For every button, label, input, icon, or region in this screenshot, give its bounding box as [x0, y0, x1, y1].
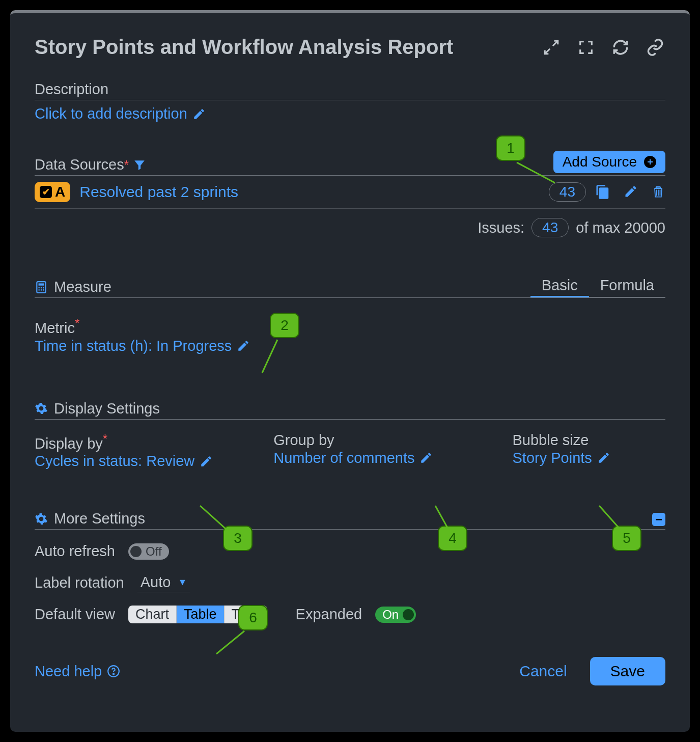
source-name[interactable]: Resolved past 2 sprints [79, 183, 540, 201]
tab-formula[interactable]: Formula [589, 275, 665, 297]
label-rotation-row: Label rotation Auto ▼ [35, 573, 665, 592]
metric-label: Metric* [35, 316, 665, 337]
callout-2-pointer [260, 337, 285, 378]
view-table[interactable]: Table [177, 606, 225, 623]
view-chart[interactable]: Chart [128, 606, 177, 623]
help-icon [107, 665, 120, 678]
issues-summary: Issues: 43 of max 20000 [35, 209, 665, 246]
callout-1: 1 [496, 135, 525, 161]
toggle-knob [403, 609, 414, 620]
header-actions [541, 37, 665, 58]
data-sources-label: Data Sources* [35, 156, 146, 175]
collapse-button[interactable]: − [652, 513, 665, 526]
measure-label: Measure [35, 279, 111, 297]
svg-rect-1 [39, 283, 44, 285]
edit-icon[interactable] [624, 184, 638, 200]
label-rotation-dropdown[interactable]: Auto ▼ [137, 573, 190, 592]
data-source-row: ✔ A Resolved past 2 sprints 43 [35, 176, 665, 209]
default-view-row: Default view Chart Table Tiles Expanded … [35, 606, 665, 623]
pencil-icon [200, 455, 213, 468]
callout-5-pointer [597, 503, 627, 534]
display-settings-header: Display Settings [35, 400, 665, 420]
chevron-down-icon: ▼ [178, 577, 187, 588]
gear-icon [35, 512, 48, 526]
svg-point-3 [41, 287, 42, 288]
auto-refresh-toggle[interactable]: Off [128, 543, 169, 560]
display-settings-label: Display Settings [35, 400, 665, 419]
help-link[interactable]: Need help [35, 663, 120, 680]
svg-point-4 [43, 287, 44, 288]
panel-title: Story Points and Workflow Analysis Repor… [35, 36, 453, 59]
tab-basic[interactable]: Basic [530, 275, 589, 297]
callout-4-pointer [433, 503, 453, 534]
save-button[interactable]: Save [590, 657, 665, 685]
more-settings-header: More Settings − [35, 510, 665, 530]
refresh-icon[interactable] [610, 37, 631, 58]
measure-header: Measure Basic Formula [35, 275, 665, 298]
toggle-knob [130, 546, 142, 557]
plus-icon: + [644, 156, 656, 168]
fullscreen-icon[interactable] [576, 37, 596, 58]
callout-1-pointer [514, 160, 560, 190]
pencil-icon [597, 451, 610, 464]
collapse-icon[interactable] [541, 37, 562, 58]
svg-point-6 [41, 289, 42, 291]
svg-point-7 [43, 289, 44, 291]
add-source-button[interactable]: Add Source + [553, 151, 665, 173]
callout-6-pointer [214, 628, 249, 659]
callout-2: 2 [270, 313, 299, 338]
gear-icon [35, 402, 48, 415]
display-by-field: Display by* Cycles in status: Review [35, 432, 253, 470]
source-actions [595, 184, 665, 200]
measure-tabs: Basic Formula [530, 275, 665, 297]
link-icon[interactable] [645, 37, 665, 58]
pencil-icon [419, 451, 433, 464]
bubble-size-field: Bubble size Story Points [513, 432, 665, 470]
data-sources-header: Data Sources* Add Source + [35, 151, 665, 176]
filter-icon[interactable] [133, 158, 146, 172]
svg-point-5 [38, 289, 40, 291]
panel-header: Story Points and Workflow Analysis Repor… [35, 13, 665, 74]
expanded-toggle[interactable]: On [375, 607, 416, 623]
display-by-value[interactable]: Cycles in status: Review [35, 453, 213, 470]
description-placeholder[interactable]: Click to add description [35, 105, 206, 122]
checkbox-icon[interactable]: ✔ [40, 186, 52, 198]
callout-6: 6 [238, 605, 268, 630]
display-settings-grid: Display by* Cycles in status: Review Gro… [35, 432, 665, 470]
delete-icon[interactable] [651, 184, 665, 200]
required-asterisk: * [124, 158, 129, 172]
group-by-field: Group by Number of comments [273, 432, 492, 470]
source-badge[interactable]: ✔ A [35, 182, 70, 202]
description-label: Description [35, 81, 665, 100]
svg-point-9 [113, 674, 114, 675]
panel-footer: Need help Cancel Save [35, 657, 665, 685]
calculator-icon [35, 281, 48, 294]
description-section: Description Click to add description [35, 81, 665, 122]
callout-3-pointer [198, 503, 233, 534]
bubble-size-value[interactable]: Story Points [513, 450, 610, 466]
pencil-icon [237, 339, 250, 352]
metric-field: Metric* Time in status (h): In Progress [35, 316, 665, 354]
cancel-button[interactable]: Cancel [507, 657, 579, 685]
metric-value[interactable]: Time in status (h): In Progress [35, 338, 250, 354]
more-settings-label: More Settings [35, 510, 145, 529]
report-config-panel: Story Points and Workflow Analysis Repor… [10, 10, 690, 732]
pencil-icon [192, 107, 206, 121]
svg-point-2 [38, 287, 40, 288]
group-by-value[interactable]: Number of comments [273, 450, 433, 466]
issues-count[interactable]: 43 [531, 218, 569, 237]
auto-refresh-row: Auto refresh Off [35, 543, 665, 560]
copy-icon[interactable] [595, 184, 610, 200]
